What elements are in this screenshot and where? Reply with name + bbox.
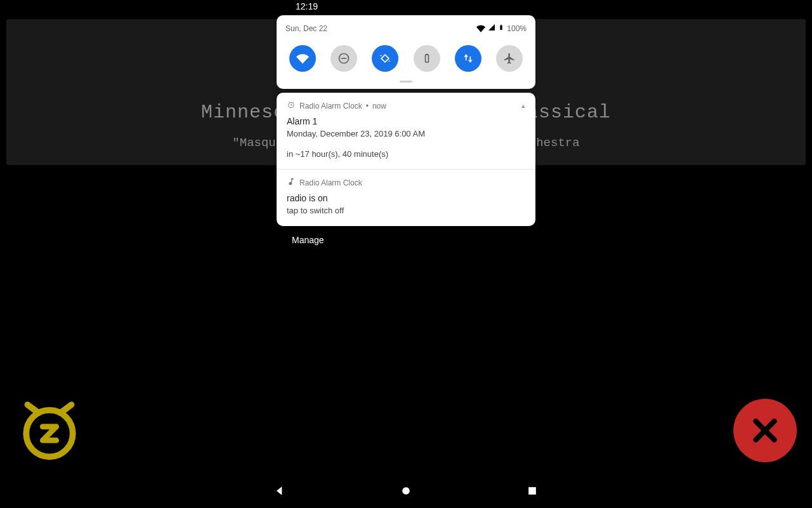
qs-dnd-tile[interactable] <box>331 45 357 72</box>
notification-header: Radio Alarm Clock <box>287 177 525 188</box>
notification-header: Radio Alarm Clock • now ▴ <box>287 100 525 111</box>
status-clock: 12:19 <box>296 1 318 11</box>
qs-header: Sun, Dec 22 100% <box>285 23 527 34</box>
battery-percent: 100% <box>507 24 527 33</box>
qs-wifi-tile[interactable] <box>289 45 316 72</box>
qs-autorotate-tile[interactable] <box>372 45 398 72</box>
battery-status-icon <box>498 23 504 34</box>
notification-item[interactable]: Radio Alarm Clock • now ▴ Alarm 1 Monday… <box>277 93 535 169</box>
qs-battery-saver-tile[interactable] <box>414 45 440 72</box>
notification-app-name: Radio Alarm Clock <box>299 102 362 110</box>
nav-back-button[interactable] <box>273 484 287 498</box>
chevron-up-icon[interactable]: ▴ <box>521 102 525 110</box>
snooze-icon <box>15 394 84 462</box>
snooze-button[interactable] <box>15 394 84 462</box>
svg-rect-8 <box>528 487 536 495</box>
svg-rect-2 <box>381 55 389 62</box>
notification-title: radio is on <box>287 193 525 203</box>
notification-line: Monday, December 23, 2019 6:00 AM <box>287 128 525 140</box>
wifi-status-icon <box>476 24 485 33</box>
nav-recent-button[interactable] <box>525 484 539 498</box>
close-icon <box>749 415 781 446</box>
music-icon <box>287 177 296 188</box>
notification-app-name: Radio Alarm Clock <box>299 178 362 187</box>
qs-drag-handle[interactable] <box>400 81 412 83</box>
notification-line: tap to switch off <box>287 204 525 217</box>
nav-home-button[interactable] <box>399 484 413 498</box>
svg-point-7 <box>402 487 410 495</box>
notification-line: in ~17 hour(s), 40 minute(s) <box>287 148 525 161</box>
qs-airplane-tile[interactable] <box>496 45 523 72</box>
notification-list: Radio Alarm Clock • now ▴ Alarm 1 Monday… <box>277 93 535 226</box>
notification-time: now <box>372 102 386 110</box>
android-navbar <box>273 484 539 498</box>
qs-tiles-row <box>285 43 527 74</box>
signal-icon <box>488 23 495 33</box>
manage-notifications-button[interactable]: Manage <box>292 235 535 245</box>
notification-item[interactable]: Radio Alarm Clock radio is on tap to swi… <box>277 169 535 226</box>
alarm-icon <box>287 100 296 111</box>
notification-title: Alarm 1 <box>287 116 525 126</box>
qs-mobile-data-tile[interactable] <box>455 45 481 72</box>
qs-date: Sun, Dec 22 <box>285 24 327 33</box>
svg-rect-4 <box>426 54 428 55</box>
svg-rect-3 <box>425 55 428 62</box>
close-button[interactable] <box>733 399 797 462</box>
quick-settings-panel[interactable]: Sun, Dec 22 100% <box>277 15 535 89</box>
qs-status-icons: 100% <box>476 23 527 34</box>
notification-shade[interactable]: Sun, Dec 22 100% <box>277 15 535 245</box>
